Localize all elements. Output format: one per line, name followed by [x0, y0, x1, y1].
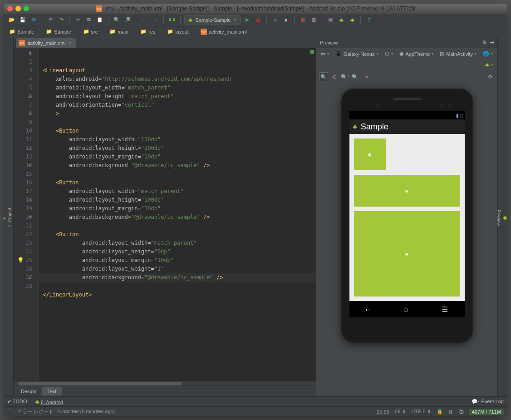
paste-button[interactable]: 📋	[95, 15, 104, 25]
gear-icon[interactable]: ⚙	[482, 40, 487, 45]
editor-tab-active[interactable]: </> activity_main.xml ×	[15, 38, 76, 48]
orientation-selector[interactable]: ▭▾	[319, 50, 331, 58]
replace-button[interactable]: 🔎	[123, 15, 132, 25]
project-tool-tab[interactable]: 1: Project	[6, 205, 13, 230]
stop-button[interactable]: ■	[281, 15, 290, 25]
open-file-button[interactable]: 📂	[7, 15, 16, 25]
horizontal-scrollbar[interactable]	[14, 381, 316, 385]
theme-selector[interactable]: ◉AppTheme▾	[398, 50, 436, 58]
zoom-out-button[interactable]: 🔍⁻	[352, 72, 361, 81]
tool-window-quick-access[interactable]: ☐	[7, 409, 12, 415]
editor-tabs: </> activity_main.xml ×	[14, 37, 316, 48]
todo-tool-button[interactable]: ✔ TODO	[7, 399, 27, 405]
design-text-tabs: Design Text	[14, 385, 316, 396]
line-separator[interactable]: LF ⇕	[395, 409, 406, 415]
settings-button[interactable]: ⚙	[486, 72, 495, 81]
close-tab-button[interactable]: ×	[69, 40, 71, 46]
android-tool-button[interactable]: ♣	[348, 15, 357, 25]
hide-panel-button[interactable]: ⇥	[490, 40, 494, 45]
preview-icon: ◉	[503, 215, 507, 221]
traffic-lights	[7, 6, 29, 11]
right-tool-strip: ◉ Preview ☺ Commander m Maven Projects	[497, 37, 507, 396]
code-editor[interactable]: 1⊟23456⊿78⊟9101112⊿1314⊟15161718⊿1920⊟21…	[14, 48, 316, 381]
preview-header: Preview ⚙ ⇥	[316, 37, 497, 48]
android-tool-button[interactable]: ♣ 6: Android	[35, 398, 63, 405]
zoom-fit-button[interactable]: 🔍	[319, 72, 328, 81]
left-tool-strip: 1: Project ♣ 7: Structure Build Variants…	[4, 37, 14, 396]
app-window: </> res/.../activity_main.xml - [Sample-…	[4, 4, 507, 416]
window-title: </> res/.../activity_main.xml - [Sample-…	[7, 5, 504, 12]
copy-button[interactable]: ⧉	[84, 15, 93, 25]
run-button[interactable]: ▶	[243, 15, 252, 25]
find-button[interactable]: 🔍	[112, 15, 121, 25]
titlebar: </> res/.../activity_main.xml - [Sample-…	[4, 4, 507, 14]
file-encoding[interactable]: UTF-8 ⇕	[412, 409, 431, 415]
device-selector[interactable]: 📱Galaxy Nexus▾	[334, 50, 380, 58]
undo-button[interactable]: ↶	[46, 15, 55, 25]
run-configuration-selector[interactable]: ♣ Sample-Sample ▼	[184, 15, 241, 25]
breadcrumb[interactable]: 📁layout	[164, 28, 191, 35]
text-tab[interactable]: Text	[42, 387, 62, 395]
save-all-button[interactable]: 💾	[18, 15, 27, 25]
app-icon: ♣	[353, 123, 357, 130]
breadcrumb[interactable]: </>activity_main.xml	[198, 28, 250, 35]
editor-area: </> activity_main.xml × 1⊟23456⊿78⊟91011…	[14, 37, 316, 396]
caret-position: 25:56	[377, 409, 389, 415]
preview-toolbar: ▭▾ 📱Galaxy Nexus▾ ⬡▾ ◉AppTheme▾ ▤MainAct…	[316, 48, 497, 71]
redo-button[interactable]: ↷	[57, 15, 66, 25]
recents-icon: ☰	[442, 305, 448, 314]
design-tab[interactable]: Design	[15, 387, 42, 395]
zoom-toolbar: 🔍 ⊙ 🔍⁺ 🔍⁻ » ⚙	[316, 71, 497, 84]
debug-button[interactable]: 🐞	[254, 15, 263, 25]
more-button[interactable]: »	[363, 72, 372, 81]
main-toolbar: 📂 💾 ⟳ ↶ ↷ ✂ ⧉ 📋 🔍 🔎 ← → ⬇⬇ ♣ Sample-Samp…	[4, 14, 507, 26]
activity-selector[interactable]: ▤MainActivity▾	[438, 50, 478, 58]
sync-button[interactable]: ⟳	[29, 15, 38, 25]
zoom-actual-button[interactable]: ⊙	[330, 72, 339, 81]
android-version-selector[interactable]: ♣▾	[483, 60, 495, 69]
attach-debugger-button[interactable]: ⎆	[270, 15, 280, 25]
phone-status-bar: ▮ ▯	[349, 111, 465, 119]
trash-icon[interactable]: 🗑	[448, 409, 453, 415]
minimize-window-button[interactable]	[15, 6, 21, 11]
event-log-button[interactable]: 💬₁ Event Log	[472, 399, 504, 405]
status-message: エラー レポート: Submitted (5 minutes ago)	[17, 408, 115, 415]
make-project-button[interactable]: ⬇⬇	[167, 15, 177, 25]
forward-button[interactable]: →	[151, 15, 160, 25]
zoom-window-button[interactable]	[24, 6, 29, 11]
status-bar: ☐ エラー レポート: Submitted (5 minutes ago) 25…	[4, 406, 507, 416]
breadcrumb[interactable]: 📁Sample	[6, 28, 37, 35]
close-window-button[interactable]	[7, 6, 13, 11]
preview-pane: Preview ⚙ ⇥ ▭▾ 📱Galaxy Nexus▾ ⬡▾ ◉AppThe…	[316, 37, 497, 396]
breadcrumb[interactable]: 📁Sample	[43, 28, 74, 35]
breadcrumb[interactable]: 📁src	[80, 28, 101, 35]
inspection-icon[interactable]: ⓵	[459, 409, 464, 415]
android-icon: ♣	[188, 16, 192, 24]
phone-nav-bar: ⌐ ⌂ ☰	[349, 301, 465, 317]
inspection-marker[interactable]	[310, 50, 314, 54]
avd-manager-button[interactable]: ▦	[298, 15, 307, 25]
preview-button-3: ♣	[354, 211, 460, 296]
help-button[interactable]: ?	[364, 15, 373, 25]
android-icon: ♣	[4, 214, 5, 222]
preview-canvas: ▮ ▯ ♣ Sample ♣ ♣ ♣ ⌐	[316, 84, 497, 396]
locale-selector[interactable]: 🌐▾	[481, 50, 495, 58]
xml-file-icon: </>	[201, 29, 207, 35]
breadcrumb[interactable]: 📁res	[138, 28, 158, 35]
signal-icon: ▮	[456, 113, 459, 118]
back-icon: ⌐	[366, 305, 370, 313]
sdk-manager-button[interactable]: ▥	[309, 15, 318, 25]
breadcrumb[interactable]: 📁main	[107, 28, 131, 35]
monitor-button[interactable]: ▣	[326, 15, 335, 25]
lock-icon[interactable]: 🔒	[437, 409, 443, 415]
navigation-bar: 📁Sample〉 📁Sample〉 📁src〉 📁main〉 📁res〉 📁la…	[4, 26, 507, 37]
device-screen: ▮ ▯ ♣ Sample ♣ ♣ ♣ ⌐	[349, 111, 465, 317]
android-device-button[interactable]: ♣	[337, 15, 346, 25]
cut-button[interactable]: ✂	[74, 15, 83, 25]
device-frame: ▮ ▯ ♣ Sample ♣ ♣ ♣ ⌐	[341, 89, 473, 343]
back-button[interactable]: ←	[140, 15, 149, 25]
home-icon: ⌂	[403, 305, 408, 313]
zoom-in-button[interactable]: 🔍⁺	[341, 72, 350, 81]
memory-indicator[interactable]: 407M / 711M	[469, 409, 504, 415]
api-selector[interactable]: ⬡▾	[383, 50, 395, 58]
